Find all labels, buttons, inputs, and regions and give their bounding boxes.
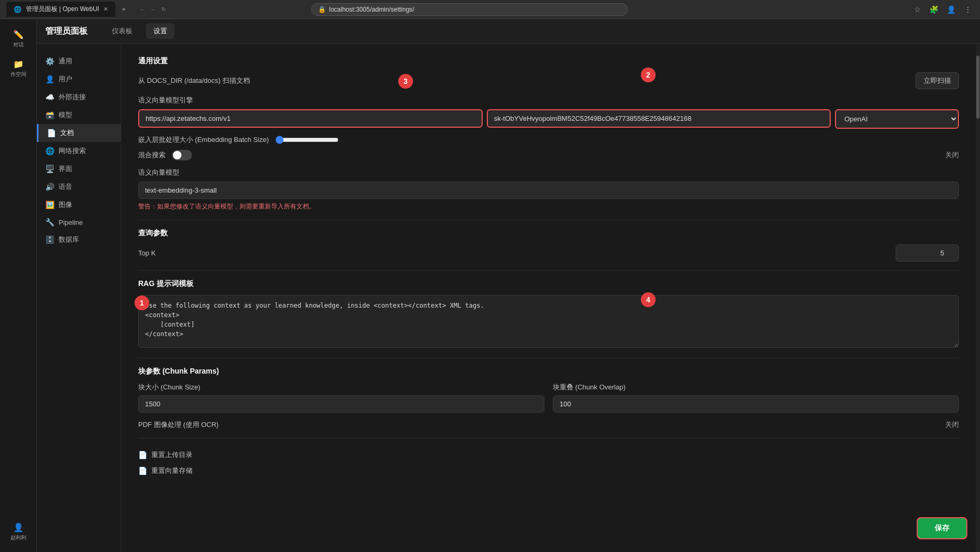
reset-upload-label: 重置上传目录 (151, 450, 193, 460)
chunk-overlap-field: 块重叠 (Chunk Overlap) (553, 383, 959, 413)
hybrid-search-label: 混合搜索 (138, 150, 166, 160)
settings-content: 通用设置 从 DOCS_DIR (/data/docs) 扫描文档 立即扫描 语… (121, 44, 976, 552)
workspace-label: 作空间 (4, 71, 32, 78)
lock-icon: 🔒 (318, 6, 326, 13)
favorites-icon[interactable]: ☆ (912, 4, 923, 15)
reset-upload-icon: 📄 (138, 451, 147, 459)
menu-icon[interactable]: ⋮ (962, 4, 974, 15)
nav-external[interactable]: ☁️ 外部连接 (37, 88, 121, 106)
external-icon: ☁️ (45, 93, 54, 101)
browser-controls: ← → ↻ (139, 6, 167, 13)
section-rag-title: RAG 提示词模板 (138, 279, 959, 289)
chunk-overlap-label: 块重叠 (Chunk Overlap) (553, 383, 959, 392)
reset-vector-btn[interactable]: 📄 重置向量存储 (138, 463, 959, 479)
content-with-sidebar: ⚙️ 通用 👤 用户 ☁️ 外部连接 🗃️ 模型 📄 文档 (37, 44, 980, 552)
nav-pipeline[interactable]: 🔧 Pipeline (37, 214, 121, 231)
pdf-value: 关闭 (945, 420, 959, 430)
top-nav: 管理员面板 仪表板 设置 (37, 19, 980, 44)
chunk-overlap-input[interactable] (553, 395, 959, 413)
sidebar-item-user[interactable]: 👤 赵利利 (0, 518, 36, 546)
interface-label: 界面 (59, 164, 72, 174)
models-icon: 🗃️ (45, 111, 54, 119)
interface-icon: 🖥️ (45, 165, 54, 173)
tab-close-btn[interactable]: ✕ (103, 6, 108, 13)
database-icon: 🗄️ (45, 235, 54, 244)
new-tab-btn[interactable]: + (118, 3, 130, 15)
provider-select[interactable]: 默认 (SentenceTransformers) Ollama OpenAI (835, 109, 959, 129)
app-container: ✏️ 对话 📁 作空间 👤 赵利利 管理员面板 仪表板 设置 ⚙️ 通用 (0, 19, 980, 552)
extensions-icon[interactable]: 🧩 (927, 4, 940, 15)
general-label: 通用 (59, 56, 72, 66)
chunk-size-label: 块大小 (Chunk Size) (138, 383, 544, 392)
browser-tab[interactable]: 🌐 管理员面板 | Open WebUI ✕ (6, 2, 116, 17)
reload-btn[interactable]: ↻ (160, 6, 167, 13)
scrollbar-thumb[interactable] (976, 55, 979, 119)
users-label: 用户 (59, 74, 72, 84)
nav-voice[interactable]: 🔊 语音 (37, 178, 121, 196)
models-label: 模型 (59, 110, 72, 120)
users-icon: 👤 (45, 75, 54, 83)
documents-icon: 📄 (47, 129, 56, 137)
hybrid-search-toggle[interactable] (172, 150, 192, 160)
profile-icon[interactable]: 👤 (945, 4, 958, 15)
main-area: 管理员面板 仪表板 设置 ⚙️ 通用 👤 用户 ☁️ 外部连接 (37, 19, 980, 552)
nav-database[interactable]: 🗄️ 数据库 (37, 231, 121, 249)
semantic-model-input[interactable] (138, 182, 959, 199)
sidebar-item-workspace[interactable]: 📁 作空间 (0, 55, 36, 82)
sidebar-item-chat[interactable]: ✏️ 对话 (0, 25, 36, 53)
semantic-model-section-label: 语义向量模型 (138, 168, 959, 177)
divider-3 (138, 358, 959, 358)
semantic-model-label: 语义向量模型引擎 (138, 96, 959, 105)
divider-2 (138, 270, 959, 271)
external-label: 外部连接 (59, 92, 86, 102)
scan-docs-label: 从 DOCS_DIR (/data/docs) 扫描文档 (138, 76, 250, 85)
section-chunk-title: 块参数 (Chunk Params) (138, 367, 959, 376)
back-btn[interactable]: ← (139, 6, 146, 13)
tab-dashboard[interactable]: 仪表板 (104, 23, 140, 39)
nav-image[interactable]: 🖼️ 图像 (37, 196, 121, 214)
reset-upload-btn[interactable]: 📄 重置上传目录 (138, 447, 959, 463)
top-k-input[interactable] (896, 244, 959, 262)
pipeline-icon: 🔧 (45, 218, 54, 226)
address-bar[interactable]: 🔒 localhost:3005/admin/settings/ (311, 3, 628, 16)
browser-actions: ☆ 🧩 👤 ⋮ (912, 4, 974, 15)
top-k-label: Top K (138, 249, 889, 257)
voice-icon: 🔊 (45, 183, 54, 191)
chunk-size-field: 块大小 (Chunk Size) (138, 383, 544, 413)
nav-web-search[interactable]: 🌐 网络搜索 (37, 142, 121, 160)
documents-label: 文档 (60, 128, 74, 138)
nav-documents[interactable]: 📄 文档 (37, 124, 121, 142)
pdf-row: PDF 图像处理 (使用 OCR) 关闭 (138, 420, 959, 430)
api-key-input[interactable] (487, 109, 831, 128)
provider-select-container: 默认 (SentenceTransformers) Ollama OpenAI (835, 109, 959, 129)
reset-vector-label: 重置向量存储 (151, 466, 193, 475)
nav-interface[interactable]: 🖥️ 界面 (37, 160, 121, 178)
nav-general[interactable]: ⚙️ 通用 (37, 52, 121, 70)
chat-label: 对话 (4, 41, 32, 49)
rag-template-textarea[interactable]: Use the following context as your learne… (138, 295, 959, 348)
forward-btn[interactable]: → (149, 6, 157, 13)
settings-sidebar: ⚙️ 通用 👤 用户 ☁️ 外部连接 🗃️ 模型 📄 文档 (37, 44, 121, 552)
tab-title: 管理员面板 | Open WebUI (26, 5, 99, 14)
scrollbar-track[interactable] (976, 44, 980, 552)
pipeline-label: Pipeline (59, 218, 83, 226)
warning-text: 警告：如果您修改了语义向量模型，则需要重新导入所有文档。 (138, 202, 959, 211)
embedding-batch-slider[interactable] (275, 136, 339, 144)
database-label: 数据库 (59, 235, 79, 244)
page-title: 管理员面板 (45, 26, 88, 37)
tab-settings[interactable]: 设置 (146, 23, 175, 39)
chunk-size-input[interactable] (138, 395, 544, 413)
save-btn-container: 保存 (917, 517, 967, 539)
scan-now-btn[interactable]: 立即扫描 (916, 72, 959, 89)
nav-users[interactable]: 👤 用户 (37, 70, 121, 88)
api-key-container (487, 109, 831, 129)
api-url-input[interactable] (138, 109, 483, 128)
reset-vector-icon: 📄 (138, 467, 147, 475)
save-button[interactable]: 保存 (917, 517, 967, 539)
pdf-label: PDF 图像处理 (使用 OCR) (138, 420, 218, 430)
divider-1 (138, 220, 959, 220)
voice-label: 语音 (59, 182, 72, 192)
nav-models[interactable]: 🗃️ 模型 (37, 106, 121, 124)
web-search-label: 网络搜索 (59, 146, 86, 156)
section-general-title: 通用设置 (138, 56, 959, 66)
